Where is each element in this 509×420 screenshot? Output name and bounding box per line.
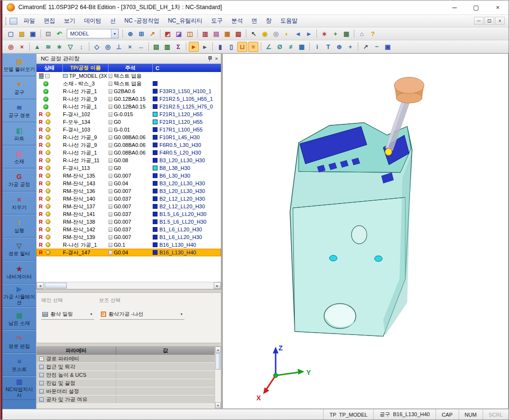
param-row[interactable]: 안전 높이 & UCS bbox=[36, 371, 215, 379]
table-row[interactable]: RRM-잔삭_139G0.007B1_L6_LL20_H30 bbox=[36, 233, 221, 241]
scroll-track[interactable] bbox=[44, 282, 214, 289]
gcode-icon[interactable]: ≡ bbox=[248, 42, 258, 52]
sidebar-item-toolpath[interactable]: ≋공구 경로 bbox=[2, 99, 36, 122]
chevron-down-icon[interactable]: ▾ bbox=[90, 312, 92, 316]
edit-sketch-icon[interactable]: ↗ bbox=[361, 42, 371, 52]
table-row[interactable]: RRM-잔삭_143G0.04B3_L20_LL30_H30 bbox=[36, 180, 221, 187]
param-column-header[interactable]: 파라메터 bbox=[36, 347, 116, 355]
origin-icon[interactable]: ⊕ bbox=[334, 42, 344, 52]
scroll-left-icon[interactable]: ◄ bbox=[36, 282, 44, 289]
new-toolpath-icon[interactable]: ▤ bbox=[151, 42, 161, 52]
add-faces-icon[interactable]: ▲ bbox=[32, 42, 42, 52]
sidebar-item-nc-report[interactable]: ▥NC작업지시서 bbox=[2, 376, 36, 400]
param-row[interactable]: 공차 및 가공 여유 bbox=[36, 396, 215, 404]
table-row[interactable]: RF-경사_103G-0.01F17R1_L100_H55 bbox=[36, 126, 221, 133]
tool-table-icon[interactable]: T bbox=[323, 42, 333, 52]
scroll-thumb[interactable] bbox=[45, 283, 67, 288]
param-value-cell[interactable] bbox=[116, 379, 215, 387]
menu-item-4[interactable]: 데이텀 bbox=[80, 15, 106, 27]
deselect-icon[interactable]: × bbox=[17, 42, 27, 52]
next-view-icon[interactable]: ► bbox=[304, 29, 314, 39]
table-row[interactable]: RF-모두_134G0F21R1_L120_H55 bbox=[36, 118, 221, 126]
table-row[interactable]: RR-나선 가공_1G0.08BA0.06F4R0.5_L20_H30 bbox=[36, 149, 221, 156]
chevron-down-icon[interactable]: ▾ bbox=[181, 312, 182, 316]
viewport-canvas[interactable]: Z Y X bbox=[223, 54, 508, 408]
table-row[interactable]: RF-경사_147G0.04B16_L130_H40 bbox=[36, 249, 221, 256]
sidebar-item-nc-process[interactable]: G가공 공정 bbox=[2, 168, 36, 192]
table-row[interactable]: RR-나선 가공_1G0.1B16_L130_H40 bbox=[36, 241, 221, 249]
measure-icon[interactable]: Ø bbox=[275, 42, 285, 52]
panel-titlebar[interactable]: NC 공정 관리창 × bbox=[36, 54, 221, 64]
menu-item-6[interactable]: NC -공정작업 bbox=[120, 15, 164, 27]
menu-item-8[interactable]: 도구 bbox=[207, 15, 227, 27]
table-row[interactable]: ✓R-나선 가공_1G0.12BA0.15F21R2.5_L125_H75_0 bbox=[36, 103, 221, 110]
3d-viewport[interactable]: Z Y X bbox=[222, 53, 509, 409]
light-partial-icon[interactable]: ◐ bbox=[282, 29, 292, 39]
column-header-3[interactable]: 주석 bbox=[109, 64, 153, 72]
param-value-cell[interactable] bbox=[116, 363, 215, 371]
table-row[interactable]: ✓R-나선 가공_9G0.12BA0.15F21R2.5_L105_H55_1 bbox=[36, 95, 221, 103]
clip-plane-icon[interactable]: ▦ bbox=[222, 29, 232, 39]
param-row[interactable]: 접근 및 퇴각 bbox=[36, 363, 215, 371]
param-value-cell[interactable] bbox=[116, 396, 215, 403]
close-button[interactable]: × bbox=[487, 0, 509, 14]
datum-points-icon[interactable]: ∗ bbox=[319, 29, 329, 39]
mdi-restore-button[interactable]: ⊡ bbox=[485, 17, 494, 25]
home-view-icon[interactable]: ⌂ bbox=[357, 29, 367, 39]
param-value-cell[interactable] bbox=[116, 371, 215, 379]
horizontal-scrollbar[interactable]: ◄ ► bbox=[36, 282, 221, 289]
menu-item-7[interactable]: NC_유틸리티 bbox=[164, 15, 207, 27]
table-row[interactable]: RR-나선 가공_9G0.08BA0.06F6R0.5_L30_H30 bbox=[36, 141, 221, 149]
step-icon[interactable]: ▸ bbox=[200, 42, 210, 52]
param-row[interactable]: −경로 파라메터 bbox=[36, 355, 215, 363]
undo-icon[interactable]: ↶ bbox=[54, 29, 64, 39]
model-combobox[interactable]: MODEL▼ bbox=[67, 29, 119, 38]
menu-grip[interactable] bbox=[5, 17, 8, 25]
mdi-minimize-button[interactable]: ─ bbox=[474, 17, 484, 25]
solid-icon[interactable]: ▣ bbox=[383, 42, 393, 52]
table-row[interactable]: ✓소재 - 박스_3텍스트 없음 bbox=[36, 80, 221, 87]
table-row[interactable]: RRM-잔삭_138G0.007B1.5_L6_LL20_H30 bbox=[36, 218, 221, 226]
sidebar-item-path-edit[interactable]: ↷경로 편집 bbox=[2, 330, 36, 353]
value-column-header[interactable]: 값 bbox=[116, 347, 215, 355]
pick-arrow-icon[interactable]: ↖ bbox=[249, 29, 259, 39]
maximize-button[interactable]: ▢ bbox=[465, 0, 487, 14]
remove-entity-icon[interactable]: ▽ bbox=[65, 42, 75, 52]
table-row[interactable]: RRM-잔삭_142G0.037B1_L6_LL20_H30 bbox=[36, 226, 221, 233]
offset-icon[interactable]: ◎ bbox=[103, 42, 113, 52]
help-icon[interactable]: ? bbox=[368, 29, 378, 39]
extend-icon[interactable]: ↔ bbox=[136, 42, 146, 52]
zoom-dynamic-icon[interactable]: ↗ bbox=[147, 29, 158, 39]
sidebar-item-post[interactable]: ≡포스트 bbox=[2, 353, 36, 376]
section-view-icon[interactable]: ▤ bbox=[211, 29, 221, 39]
table-row[interactable]: RRM-잔삭_141G0.037B1.5_L6_LL20_H30 bbox=[36, 210, 221, 218]
grid-icon[interactable]: ▦ bbox=[341, 29, 351, 39]
menu-item-12[interactable]: 도움말 bbox=[276, 15, 302, 27]
scroll-right-icon[interactable]: ► bbox=[214, 282, 221, 289]
param-row[interactable]: 바운더리 설정 bbox=[36, 387, 215, 396]
boundary-icon[interactable]: ◇ bbox=[92, 42, 102, 52]
shading-icon[interactable]: ◪ bbox=[174, 29, 184, 39]
sketcher-icon[interactable]: ◩ bbox=[163, 29, 173, 39]
scroll-down-icon[interactable]: ▼ bbox=[215, 402, 221, 408]
sidebar-item-simulation[interactable]: ▶가공 시뮬레이션 bbox=[2, 284, 36, 307]
wireframe-icon[interactable]: ◫ bbox=[185, 29, 195, 39]
param-value-cell[interactable] bbox=[116, 387, 215, 395]
scroll-up-icon[interactable]: ▲ bbox=[215, 347, 221, 353]
minimize-button[interactable]: ─ bbox=[444, 0, 465, 14]
menu-item-10[interactable]: 면 bbox=[247, 15, 262, 27]
sidebar-item-execute[interactable]: !실행 bbox=[2, 215, 36, 238]
pin-icon[interactable] bbox=[207, 56, 212, 61]
zoom-fit-icon[interactable]: ⊕ bbox=[125, 29, 135, 39]
menu-item-9[interactable]: 분석 bbox=[227, 15, 247, 27]
param-value-cell[interactable] bbox=[116, 355, 215, 362]
flip-normal-icon[interactable]: ↕ bbox=[76, 42, 86, 52]
angle-analysis-icon[interactable]: ∠ bbox=[264, 42, 274, 52]
table-row[interactable]: RR-나선 가공_9G0.08BA0.06F10R1_L45_H30 bbox=[36, 133, 221, 141]
table-row[interactable]: RF-경사_102G-0.015F21R1_L120_H55 bbox=[36, 110, 221, 118]
light-on-icon[interactable]: ◉ bbox=[260, 29, 270, 39]
zoom-window-icon[interactable]: ⊞ bbox=[136, 29, 146, 39]
table-row[interactable]: RRM-잔삭_136G0.007B3_L20_LL30_H30 bbox=[36, 187, 221, 195]
menu-item-11[interactable]: 창 bbox=[262, 15, 276, 27]
prev-view-icon[interactable]: ◄ bbox=[293, 29, 303, 39]
